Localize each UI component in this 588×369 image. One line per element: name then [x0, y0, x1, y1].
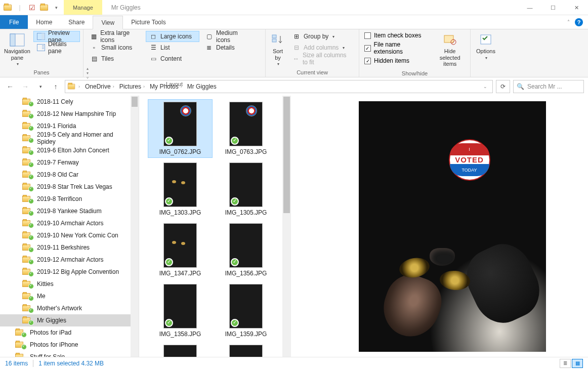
- file-thumbnail[interactable]: IMG_1303.JPG: [148, 160, 212, 218]
- tree-item[interactable]: 2019-12 Armchair Actors: [0, 254, 131, 266]
- details-pane-button[interactable]: Details pane: [33, 42, 80, 53]
- file-thumbnail[interactable]: IMG_1359.JPG: [214, 282, 278, 340]
- tree-item[interactable]: Mother's Artwork: [0, 302, 131, 314]
- ribbon-group-current-view: Sort by▾ ⊞Group by▾ ⊟Add columns▾ ↔Size …: [266, 29, 359, 77]
- back-button[interactable]: ←: [4, 80, 16, 93]
- tree-item[interactable]: 2019-8 Terrificon: [0, 193, 131, 205]
- tree-item[interactable]: Photos for iPhone: [0, 339, 131, 351]
- layout-medium-icons[interactable]: ▢Medium icons: [201, 31, 257, 42]
- thumbnails-view-button[interactable]: ▦: [572, 359, 583, 368]
- tree-item-label: 2018-11 Cely: [37, 98, 73, 105]
- refresh-button[interactable]: ⟳: [496, 80, 510, 93]
- file-thumbnail[interactable]: IMG_0763.JPG: [214, 100, 278, 157]
- layout-scroll-down-icon[interactable]: ▾: [87, 71, 94, 75]
- item-checkboxes-toggle[interactable]: Item check boxes: [362, 31, 431, 40]
- layout-small-icons[interactable]: ▫Small icons: [87, 42, 144, 53]
- tree-item[interactable]: 2019-8 Star Trek Las Vegas: [0, 181, 131, 193]
- tree-item-label: 2019-10 New York Comic Con: [37, 232, 118, 239]
- details-view-button[interactable]: ≣: [560, 359, 571, 368]
- tab-picture-tools[interactable]: Picture Tools: [123, 15, 174, 29]
- tab-file[interactable]: File: [0, 15, 28, 29]
- help-icon[interactable]: ?: [575, 18, 583, 26]
- navigation-pane-button[interactable]: Navigation pane▾: [3, 31, 31, 68]
- layout-tiles[interactable]: ▤Tiles: [87, 53, 144, 64]
- details-pane-label: Details pane: [48, 40, 76, 55]
- group-label: Current view: [269, 68, 356, 77]
- hidden-items-toggle[interactable]: ✓Hidden items: [362, 56, 431, 65]
- collapse-ribbon-icon[interactable]: ˄: [567, 19, 570, 25]
- grid-scrollbar[interactable]: [282, 96, 291, 357]
- folder-icon[interactable]: [2, 2, 13, 13]
- add-columns-icon: ⊟: [292, 44, 301, 52]
- file-thumbnail[interactable]: [148, 343, 212, 357]
- breadcrumb-item[interactable]: My Photos›: [148, 83, 184, 90]
- tree-item[interactable]: Mr Giggles: [0, 314, 131, 326]
- tree-item[interactable]: 2019-8 Yankee Stadium: [0, 205, 131, 217]
- tree-item[interactable]: 2019-5 Cely and Homer and Spidey: [0, 132, 131, 144]
- tree-item-label: Me: [37, 293, 46, 300]
- tree-item[interactable]: 2019-10 New York Comic Con: [0, 229, 131, 241]
- breadcrumb-sep[interactable]: ›: [76, 84, 82, 89]
- layout-content[interactable]: ▭Content: [146, 53, 199, 64]
- file-thumbnail[interactable]: IMG_1305.JPG: [214, 160, 278, 218]
- group-by-icon: ⊞: [292, 32, 301, 40]
- breadcrumb-item[interactable]: Pictures›: [117, 83, 147, 90]
- breadcrumb-item[interactable]: Mr Giggles: [185, 83, 219, 90]
- layout-list[interactable]: ☰List: [146, 42, 199, 53]
- sync-badge-icon: [165, 319, 173, 327]
- properties-icon[interactable]: ☑: [26, 2, 37, 13]
- tree-item-label: 2019-6 Elton John Concert: [37, 147, 109, 154]
- tree-item-label: 2019-1 Florida: [37, 122, 76, 130]
- layout-large-icons[interactable]: ◻Large icons: [146, 31, 199, 42]
- tree-item[interactable]: Me: [0, 290, 131, 302]
- tab-view[interactable]: View: [93, 16, 123, 29]
- hide-selected-button[interactable]: Hide selected items: [433, 31, 467, 69]
- minimize-button[interactable]: ―: [518, 0, 541, 15]
- tree-item[interactable]: 2019-10 Armchair Actors: [0, 217, 131, 229]
- address-bar[interactable]: › OneDrive› Pictures› My Photos› Mr Gigg…: [65, 80, 493, 93]
- breadcrumb-item[interactable]: OneDrive›: [83, 83, 116, 90]
- file-thumbnail[interactable]: IMG_1347.JPG: [148, 221, 212, 279]
- tree-item[interactable]: Photos for iPad: [0, 326, 131, 339]
- layout-details[interactable]: ≣Details: [201, 42, 257, 53]
- tree-item[interactable]: Stuff for Sale: [0, 351, 131, 357]
- layout-scroll-up-icon[interactable]: ▴: [87, 66, 94, 71]
- folder-icon[interactable]: [38, 2, 50, 13]
- close-button[interactable]: ✕: [565, 0, 588, 15]
- up-button[interactable]: ↑: [50, 80, 62, 93]
- tree-scrollbar[interactable]: [131, 96, 139, 357]
- tree-item[interactable]: 2019-8 Old Car: [0, 169, 131, 181]
- file-thumbnail[interactable]: IMG_0762.JPG: [148, 100, 212, 157]
- tree-item[interactable]: 2019-1 Florida: [0, 120, 131, 132]
- file-thumbnail[interactable]: [214, 343, 278, 357]
- tree-item[interactable]: 2019-6 Elton John Concert: [0, 144, 131, 156]
- sort-by-button[interactable]: Sort by▾: [269, 31, 287, 68]
- address-dropdown-icon[interactable]: ⌄: [480, 84, 490, 89]
- tab-share[interactable]: Share: [60, 15, 93, 29]
- forward-button[interactable]: →: [19, 80, 31, 93]
- tree-item[interactable]: 2018-12 New Hampshire Trip: [0, 108, 131, 120]
- layout-more-icon[interactable]: ▿: [87, 75, 94, 80]
- tree-item[interactable]: Kitties: [0, 278, 131, 290]
- tree-item[interactable]: 2019-11 Berkshires: [0, 241, 131, 254]
- sync-badge-icon: [28, 211, 34, 216]
- group-by-button[interactable]: ⊞Group by▾: [289, 31, 356, 42]
- file-extensions-toggle[interactable]: ✓File name extensions: [362, 40, 431, 56]
- tab-home[interactable]: Home: [28, 15, 60, 29]
- thumbnail-image: [163, 162, 197, 207]
- search-box[interactable]: 🔍 Search Mr ...: [513, 80, 584, 93]
- qat-dropdown-icon[interactable]: ▾: [51, 2, 62, 13]
- recent-locations-button[interactable]: ▾: [34, 80, 47, 93]
- tree-item[interactable]: 2019-7 Fenway: [0, 156, 131, 169]
- xl-icons-icon: ▦: [90, 32, 97, 40]
- layout-extra-large-icons[interactable]: ▦Extra large icons: [87, 31, 144, 42]
- ribbon-tabs: File Home Share View Picture Tools ˄ ?: [0, 15, 588, 29]
- tree-item[interactable]: 2018-11 Cely: [0, 96, 131, 108]
- file-thumbnail[interactable]: IMG_1358.JPG: [148, 282, 212, 340]
- file-thumbnail[interactable]: IMG_1356.JPG: [214, 221, 278, 279]
- maximize-button[interactable]: ☐: [541, 0, 565, 15]
- tree-item[interactable]: 2019-12 Big Apple Convention: [0, 266, 131, 278]
- quick-access-toolbar: | ☑ ▾: [0, 0, 64, 15]
- checkbox-icon: [364, 32, 371, 39]
- options-button[interactable]: Options▾: [474, 31, 498, 62]
